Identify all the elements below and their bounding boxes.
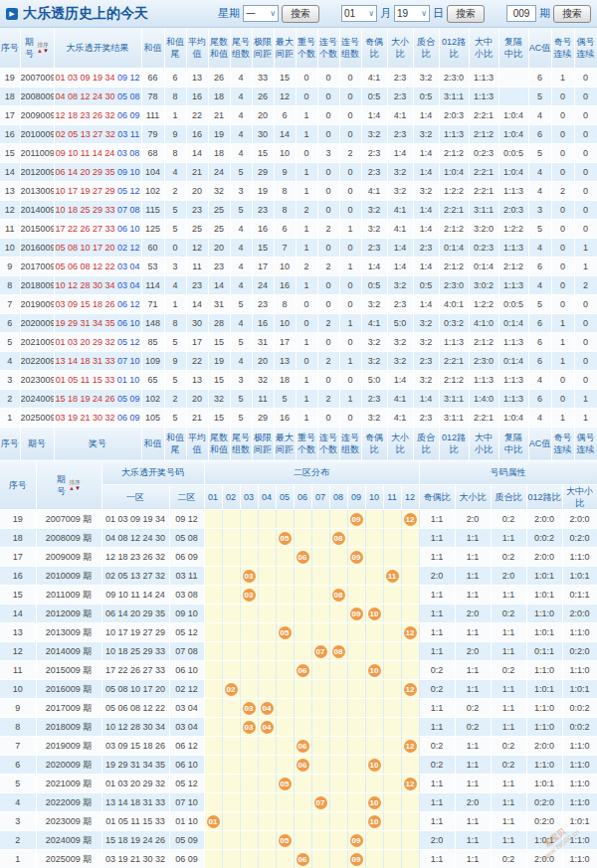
cell-attr: 2:0 [491, 567, 526, 586]
cell-stat: 5 [230, 294, 252, 313]
cell-stat: 24 [208, 162, 230, 181]
cell-dist-03 [240, 850, 258, 868]
back-number-ball: 07 [314, 796, 327, 809]
front-numbers: 10 18 25 29 33 [55, 205, 114, 215]
sort-arrows-icon[interactable]: ▲▼ [69, 485, 81, 491]
cell-stat: 15 [252, 238, 274, 257]
date-search-button[interactable]: 搜索 [447, 5, 485, 23]
cell-attr: 1:1 [419, 548, 455, 567]
sort-arrows-icon[interactable]: ▲▼ [37, 48, 49, 54]
cell-attr: 1:1 [491, 793, 526, 812]
back-numbers: 03 04 [115, 280, 140, 290]
cell-attr: 0:2:0 [562, 642, 597, 661]
cell-seq: 2 [0, 831, 36, 850]
cell-stat: 0 [317, 238, 339, 257]
cell-stat: 2 [317, 351, 339, 370]
cell-stat: 16 [252, 219, 274, 238]
week-search-button[interactable]: 搜索 [282, 5, 319, 23]
issue-input[interactable] [506, 5, 536, 22]
cell-dist-10 [365, 567, 383, 586]
cell-attr: 0:2 [419, 661, 455, 680]
cell-period: 2011009 期 [36, 586, 101, 605]
cell-stat: 16 [186, 124, 208, 143]
cell-stat: 65 [141, 370, 164, 389]
sort-desc-icon[interactable]: ▼ [43, 48, 49, 54]
cell-dist-08 [329, 661, 347, 680]
back-numbers: 07 10 [115, 356, 140, 366]
column-header-attr: 012路比 [526, 485, 562, 510]
table-row: 15201100909 10 11 14 24 03 0868814184151… [0, 143, 597, 162]
cell-stat: 2:1:2 [439, 257, 469, 275]
cell-period: 2009009 [20, 105, 54, 124]
column-header-21: 偶号 连续 [574, 28, 597, 68]
cell-dist-11 [383, 661, 401, 680]
cell-stat [498, 68, 528, 87]
cell-stat: 1:4:0 [469, 389, 498, 408]
cell-dist-12: 12 [401, 623, 419, 642]
column-header-9: 最大 间距 [274, 28, 296, 68]
cell-stat: 1 [296, 332, 317, 351]
cell-stat: 0:3:2 [439, 313, 469, 332]
table-row: 32023009 期01 05 11 15 3301 1001101:11:11… [0, 812, 597, 831]
cell-attr: 0:2 [491, 605, 526, 623]
cell-zone2: 05 08 [169, 529, 204, 548]
cell-attr: 1:1 [455, 850, 491, 868]
cell-stat: 32 [208, 181, 230, 200]
cell-period: 2018009 期 [36, 718, 101, 737]
cell-seq: 9 [0, 699, 36, 718]
cell-dist-04 [258, 567, 276, 586]
cell-dist-08 [329, 812, 347, 831]
cell-stat: 0 [339, 162, 361, 181]
cell-dist-11 [383, 680, 401, 699]
cell-stat: 25 [208, 200, 230, 219]
cell-dist-01 [204, 775, 222, 793]
cell-stat: 0 [574, 351, 597, 370]
sort-control[interactable]: 排序▲▼ [37, 42, 49, 54]
sort-control[interactable]: 排序▲▼ [69, 479, 81, 491]
cell-stat: 26 [208, 68, 230, 87]
cell-dist-05 [276, 642, 294, 661]
cell-stat: 2:2:1 [469, 181, 498, 200]
month-select[interactable]: 01∨ [341, 5, 377, 22]
cell-dist-01 [204, 529, 222, 548]
cell-stat: 17 [186, 332, 208, 351]
cell-stat: 1:4 [413, 257, 439, 275]
cell-stat: 3:2 [361, 200, 387, 219]
cell-stat: 1:0:4 [498, 162, 528, 181]
cell-stat: 0:5 [413, 87, 439, 105]
cell-dist-07 [311, 567, 329, 586]
cell-stat: 2:3 [413, 408, 439, 427]
distribution-table-body: 192007009 期01 03 09 19 3409 1209121:12:0… [0, 510, 597, 868]
cell-dist-04 [258, 793, 276, 812]
cell-period: 2012009 [20, 162, 54, 181]
cell-stat: 3:1:1 [469, 200, 498, 219]
cell-dist-04 [258, 831, 276, 850]
cell-dist-09 [347, 661, 365, 680]
cell-dist-01 [204, 850, 222, 868]
cell-stat: 8 [164, 87, 186, 105]
back-numbers: 06 12 [115, 299, 140, 309]
day-select[interactable]: 19∨ [394, 5, 430, 22]
cell-stat: 21 [186, 408, 208, 427]
cell-seq: 4 [0, 793, 36, 812]
cell-dist-04 [258, 548, 276, 567]
cell-period: 2010009 期 [36, 567, 101, 586]
cell-dist-02 [222, 642, 240, 661]
cell-attr: 0:2:0 [526, 812, 562, 831]
cell-stat: 2:1:2 [469, 332, 498, 351]
cell-stat: 4:1:0 [469, 313, 498, 332]
week-select[interactable]: 一∨ [243, 5, 279, 22]
cell-stat: 6 [528, 68, 551, 87]
cell-zone1: 02 05 13 27 32 [101, 567, 169, 586]
cell-attr: 2:0 [419, 831, 455, 850]
issue-search-button[interactable]: 搜索 [553, 5, 591, 23]
cell-stat: 4:1 [387, 389, 413, 408]
cell-stat: 4 [528, 238, 551, 257]
cell-dist-01 [204, 718, 222, 737]
cell-seq: 3 [0, 812, 36, 831]
cell-dist-06: 06 [294, 661, 311, 680]
cell-stat: 3:2 [413, 181, 439, 200]
table-row: 8201800910 12 28 30 34 03 04114423144241… [0, 275, 597, 294]
sort-desc-icon[interactable]: ▼ [75, 485, 81, 491]
cell-seq: 16 [0, 124, 20, 143]
